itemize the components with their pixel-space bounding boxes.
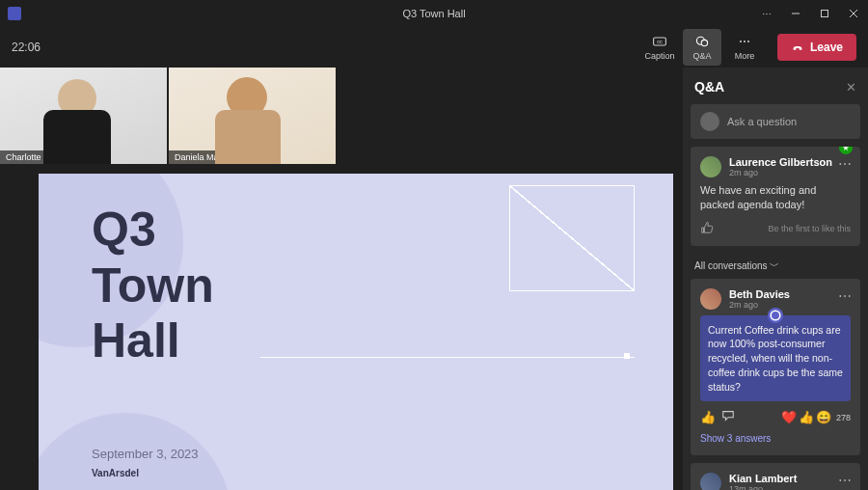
featured-badge-icon (839, 147, 853, 154)
qa-post: ⋯ Laurence Gilbertson 2m ago We have an … (691, 147, 860, 246)
show-answers-button[interactable]: Show 3 answers (700, 425, 851, 446)
svg-point-7 (701, 40, 707, 45)
close-panel-button[interactable]: ✕ (846, 80, 856, 95)
svg-point-8 (740, 41, 742, 42)
like-button[interactable] (700, 221, 714, 236)
avatar (700, 473, 721, 490)
minimize-button[interactable] (781, 0, 810, 27)
post-author: Kian Lambert (729, 473, 797, 484)
first-like-text: Be the first to like this (768, 224, 851, 233)
like-reaction-icon[interactable]: 👍 (799, 410, 814, 424)
qa-button[interactable]: Q&A (683, 29, 721, 66)
svg-point-11 (771, 311, 780, 320)
all-conversations-toggle[interactable]: All conversations ﹀ (683, 254, 868, 279)
heart-reaction-icon[interactable]: ❤️ (781, 410, 797, 424)
post-time: 2m ago (729, 168, 832, 177)
leave-icon (791, 41, 804, 54)
call-timer: 22:06 (12, 41, 41, 54)
svg-point-10 (747, 41, 749, 42)
post-more-button[interactable]: ⋯ (838, 288, 853, 304)
post-time: 13m ago (729, 484, 797, 490)
post-text: We have an exciting and packed agenda to… (700, 183, 851, 213)
meeting-stage: Charlotte de Crum Daniela Mandara Q3 Tow… (0, 68, 683, 490)
participant-name: Daniela Mandara (169, 150, 247, 164)
participant-name: Charlotte de Crum (0, 150, 83, 164)
teams-logo-icon (8, 7, 21, 20)
more-button[interactable]: More (725, 29, 764, 66)
slide-title: Q3 Town Hall (92, 203, 214, 369)
post-more-button[interactable]: ⋯ (838, 156, 853, 172)
slide-date: September 3, 2023 (92, 447, 199, 461)
shared-slide: Q3 Town Hall September 3, 2023 VanArsdel (39, 174, 673, 490)
laugh-reaction-icon[interactable]: 😄 (816, 410, 831, 424)
qa-icon (694, 34, 710, 49)
post-author: Laurence Gilbertson (729, 156, 832, 168)
slide-brand: VanArsdel (92, 468, 139, 478)
svg-text:cc: cc (657, 39, 663, 44)
avatar (700, 288, 721, 310)
maximize-button[interactable] (810, 0, 839, 27)
svg-point-9 (744, 41, 746, 42)
question-text: Current Coffee drink cups are now 100% p… (708, 323, 843, 394)
upvote-button[interactable]: 👍 (700, 410, 716, 424)
qa-panel-title: Q&A (694, 79, 724, 95)
avatar (700, 112, 719, 131)
close-window-button[interactable] (839, 0, 868, 27)
question-badge-icon (768, 308, 783, 323)
avatar (700, 156, 721, 177)
caption-icon: cc (652, 34, 667, 49)
qa-panel: Q&A ✕ Ask a question ⋯ Laurence Gilberts… (683, 68, 868, 490)
svg-rect-1 (822, 11, 828, 17)
ask-question-input[interactable]: Ask a question (691, 104, 860, 139)
question-box: Current Coffee drink cups are now 100% p… (700, 315, 851, 401)
post-author: Beth Davies (729, 288, 790, 300)
video-tile[interactable]: Charlotte de Crum (0, 68, 167, 164)
leave-button[interactable]: Leave (777, 34, 856, 61)
reaction-count: 278 (836, 413, 851, 422)
post-more-button[interactable]: ⋯ (838, 473, 853, 488)
qa-post: ⋯ Kian Lambert 13m ago (691, 463, 860, 490)
more-window-icon[interactable]: ⋯ (752, 0, 781, 27)
qa-post: ⋯ Beth Davies 2m ago Current Coffee drin… (691, 279, 860, 455)
chevron-down-icon: ﹀ (770, 260, 779, 271)
caption-button[interactable]: cc Caption (640, 29, 679, 66)
window-title: Q3 Town Hall (402, 8, 465, 19)
more-icon (737, 34, 752, 49)
video-tile[interactable]: Daniela Mandara (169, 68, 336, 164)
comment-button[interactable] (721, 409, 735, 425)
